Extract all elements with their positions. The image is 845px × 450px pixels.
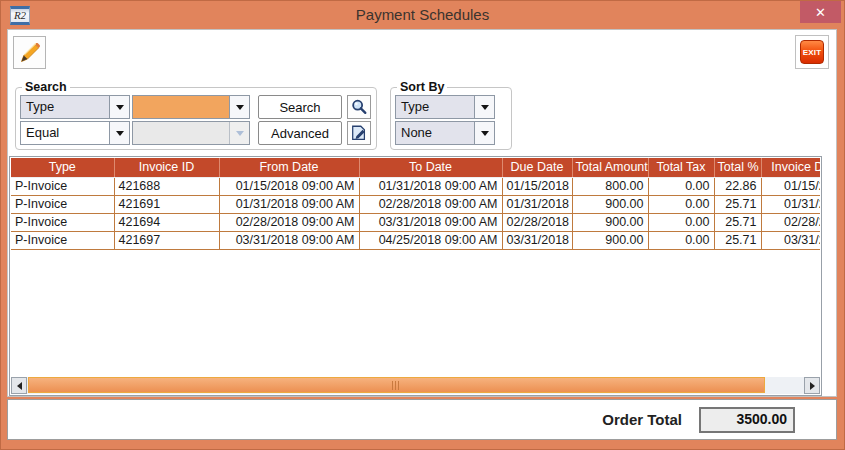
advanced-button[interactable]: Advanced [258,121,342,145]
table-cell: 02/28/2018 [502,213,572,231]
table-cell: 03/31/2018 09:00 AM [219,231,359,249]
table-cell: 900.00 [572,213,648,231]
exit-button[interactable]: EXIT [795,35,829,69]
table-row[interactable]: P-Invoice42169703/31/2018 09:00 AM04/25/… [11,231,820,249]
table-row[interactable]: P-Invoice42169402/28/2018 09:00 AM03/31/… [11,213,820,231]
sortby-secondary-combo[interactable]: None [395,121,495,145]
sortby-primary-combo[interactable]: Type [395,95,495,119]
chevron-down-icon[interactable] [109,122,129,144]
window-title: Payment Schedules [1,1,844,29]
search-groupbox: Search Type Search [15,80,377,150]
table-cell: 421688 [114,177,219,195]
table-cell: 25.71 [714,213,761,231]
table-cell: P-Invoice [11,213,114,231]
arrow-right-icon [810,382,815,390]
magnifier-icon [350,98,368,116]
search-value-combo[interactable] [132,95,250,119]
order-total-field: 3500.00 [699,407,795,433]
table-cell: 01/15/2018 [761,177,820,195]
table-cell: 900.00 [572,231,648,249]
table-cell: 03/31/2018 [761,231,820,249]
search-field-value: Type [21,96,109,118]
table-cell: 01/31/2018 09:00 AM [359,177,502,195]
footer-panel: Order Total 3500.00 [7,399,837,440]
search-value2-text [133,122,229,144]
quick-search-button[interactable] [347,95,371,119]
horizontal-scrollbar[interactable] [11,377,820,394]
table-cell: 02/28/2018 09:00 AM [219,213,359,231]
search-row-2: Equal Advanced [20,121,372,145]
close-button[interactable]: ✕ [800,1,841,23]
scrollbar-thumb[interactable] [28,377,765,393]
table-cell: 421691 [114,195,219,213]
column-header-to-date[interactable]: To Date [359,158,502,177]
table-cell: 03/31/2018 09:00 AM [359,213,502,231]
column-header-total-amount[interactable]: Total Amount [572,158,648,177]
table-cell: 25.71 [714,195,761,213]
payment-schedule-grid: TypeInvoice IDFrom DateTo DateDue DateTo… [9,156,822,396]
table-cell: P-Invoice [11,231,114,249]
sortby-legend: Sort By [397,80,447,94]
table-cell: 0.00 [648,213,714,231]
sortby-groupbox: Sort By Type None [390,80,512,150]
table-cell: 800.00 [572,177,648,195]
sortby-primary-value: Type [396,96,474,118]
sortby-row-2: None [395,121,507,145]
search-button[interactable]: Search [258,95,342,119]
table-row[interactable]: P-Invoice42168801/15/2018 09:00 AM01/31/… [11,177,820,195]
table-cell: 421697 [114,231,219,249]
content-panel: EXIT Search Type Search [7,29,837,397]
pencil-icon [18,41,42,65]
chevron-down-icon[interactable] [474,122,494,144]
chevron-down-icon[interactable] [109,96,129,118]
grid-viewport: TypeInvoice IDFrom DateTo DateDue DateTo… [11,158,820,376]
column-header-invoice-date[interactable]: Invoice Date [761,158,820,177]
column-header-type[interactable]: Type [11,158,114,177]
table-cell: 01/31/2018 [761,195,820,213]
main-area: EXIT Search Type Search [7,29,837,440]
scroll-right-button[interactable] [804,377,820,394]
table-cell: 0.00 [648,231,714,249]
chevron-down-icon[interactable] [229,96,249,118]
table-cell: 0.00 [648,177,714,195]
table-header-row: TypeInvoice IDFrom DateTo DateDue DateTo… [11,158,820,177]
close-icon: ✕ [815,5,826,20]
table-cell: P-Invoice [11,195,114,213]
chevron-down-icon [229,122,249,144]
table-cell: 25.71 [714,231,761,249]
table-cell: 900.00 [572,195,648,213]
sortby-row-1: Type [395,95,507,119]
column-header-invoice-id[interactable]: Invoice ID [114,158,219,177]
titlebar: R2 Payment Schedules ✕ [1,1,844,29]
search-operator-combo[interactable]: Equal [20,121,130,145]
payment-table: TypeInvoice IDFrom DateTo DateDue DateTo… [11,158,820,250]
exit-icon: EXIT [800,40,824,64]
chevron-down-icon[interactable] [474,96,494,118]
sortby-secondary-value: None [396,122,474,144]
column-header-due-date[interactable]: Due Date [502,158,572,177]
search-value2-combo [132,121,250,145]
scroll-left-button[interactable] [11,377,27,394]
search-legend: Search [22,80,70,94]
table-cell: 02/28/2018 [761,213,820,231]
edit-button[interactable] [13,36,46,69]
table-cell: 421694 [114,213,219,231]
table-cell: 03/31/2018 [502,231,572,249]
order-total-label: Order Total [602,411,682,428]
search-field-combo[interactable]: Type [20,95,130,119]
table-cell: 01/15/2018 [502,177,572,195]
table-cell: 02/28/2018 09:00 AM [359,195,502,213]
table-cell: 01/31/2018 09:00 AM [219,195,359,213]
search-value-text [133,96,229,118]
column-header-total-tax[interactable]: Total Tax [648,158,714,177]
table-cell: 04/25/2018 09:00 AM [359,231,502,249]
column-header-total-[interactable]: Total % [714,158,761,177]
table-cell: 01/15/2018 09:00 AM [219,177,359,195]
table-cell: 01/31/2018 [502,195,572,213]
advanced-search-icon-button[interactable] [347,121,371,145]
search-operator-value: Equal [21,122,109,144]
table-cell: 0.00 [648,195,714,213]
column-header-from-date[interactable]: From Date [219,158,359,177]
advanced-search-icon [350,124,368,142]
table-row[interactable]: P-Invoice42169101/31/2018 09:00 AM02/28/… [11,195,820,213]
